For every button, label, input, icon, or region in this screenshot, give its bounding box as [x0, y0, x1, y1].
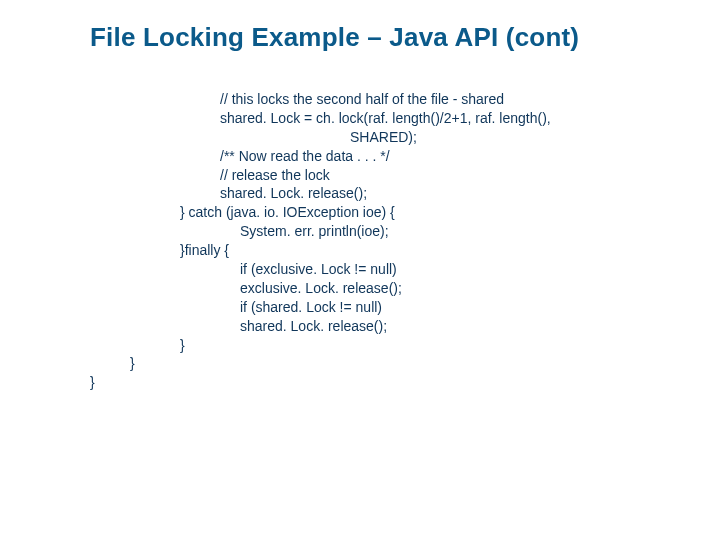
code-text: if (shared. Lock != null) [240, 298, 382, 317]
code-text: shared. Lock. release(); [220, 184, 367, 203]
code-line: // release the lock [90, 166, 700, 185]
code-line: if (shared. Lock != null) [90, 298, 700, 317]
code-text: }finally { [180, 241, 229, 260]
code-line: exclusive. Lock. release(); [90, 279, 700, 298]
code-line: shared. Lock. release(); [90, 184, 700, 203]
code-line: } catch (java. io. IOException ioe) { [90, 203, 700, 222]
code-text: // release the lock [220, 166, 330, 185]
code-line: /** Now read the data . . . */ [90, 147, 700, 166]
code-block: // this locks the second half of the fil… [90, 90, 700, 392]
code-line: } [90, 336, 700, 355]
code-line: } [90, 354, 700, 373]
code-text: } [130, 354, 135, 373]
slide: File Locking Example – Java API (cont) /… [0, 0, 720, 540]
code-text: exclusive. Lock. release(); [240, 279, 402, 298]
code-text: if (exclusive. Lock != null) [240, 260, 397, 279]
code-line: shared. Lock. release(); [90, 317, 700, 336]
slide-title: File Locking Example – Java API (cont) [90, 22, 700, 53]
code-line: if (exclusive. Lock != null) [90, 260, 700, 279]
code-line: System. err. println(ioe); [90, 222, 700, 241]
code-text: System. err. println(ioe); [240, 222, 389, 241]
code-text: shared. Lock. release(); [240, 317, 387, 336]
code-text: /** Now read the data . . . */ [220, 147, 390, 166]
code-line: shared. Lock = ch. lock(raf. length()/2+… [90, 109, 700, 128]
code-line: // this locks the second half of the fil… [90, 90, 700, 109]
code-text: } catch (java. io. IOException ioe) { [180, 203, 395, 222]
code-line: }finally { [90, 241, 700, 260]
code-text: // this locks the second half of the fil… [220, 90, 504, 109]
code-line: SHARED); [90, 128, 700, 147]
code-line: } [90, 373, 700, 392]
code-text: } [180, 336, 185, 355]
code-text: shared. Lock = ch. lock(raf. length()/2+… [220, 109, 551, 128]
code-text: } [90, 373, 95, 392]
code-text: SHARED); [350, 128, 417, 147]
